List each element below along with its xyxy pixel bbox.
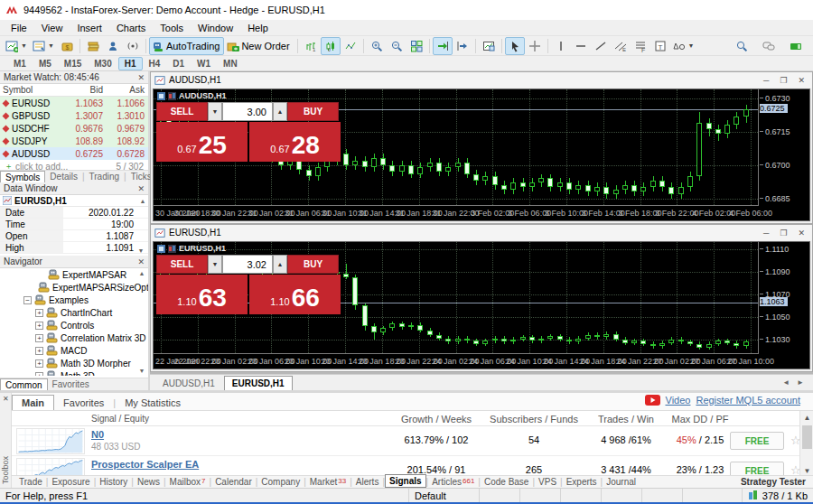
menu-view[interactable]: View <box>34 22 70 34</box>
timeframe-m5[interactable]: M5 <box>33 57 58 70</box>
menu-file[interactable]: File <box>4 22 34 34</box>
sell-price-button[interactable]: 1.1063 <box>156 275 248 314</box>
navigator-item-expertmapsar[interactable]: ExpertMAPSAR <box>0 268 148 281</box>
tile-windows-button[interactable] <box>406 37 426 55</box>
menu-tools[interactable]: Tools <box>153 22 191 34</box>
market-watch-tab-details[interactable]: Details <box>45 172 82 182</box>
maximize-icon[interactable]: ❐ <box>780 229 787 238</box>
scroll-down-icon[interactable]: ▼ <box>136 247 146 254</box>
market-watch-row-eurusd[interactable]: EURUSD1.10631.1066 <box>0 97 148 109</box>
toolbox-tab-experts[interactable]: Experts <box>563 477 601 487</box>
chart-window-titlebar[interactable]: EURUSD,H1─❐✕ <box>151 225 812 240</box>
volume-field[interactable]: 3.00 <box>222 102 273 121</box>
line-chart-button[interactable] <box>341 37 360 55</box>
plus-box-icon[interactable]: + <box>35 322 43 330</box>
data-window-symbol-row[interactable]: EURUSD,H1 ▲ <box>0 195 148 207</box>
toolbox-tab-calendar[interactable]: Calendar <box>211 477 256 487</box>
sell-price-button[interactable]: 0.6725 <box>156 122 248 162</box>
chart-tab-audusd[interactable]: AUDUSD,H1 <box>155 376 222 390</box>
toolbox-tab-exposure[interactable]: Exposure <box>48 477 93 487</box>
toolbox-tab-news[interactable]: News <box>134 477 164 487</box>
scroll-up-icon[interactable]: ▲ <box>136 270 147 276</box>
equidistant-channel-button[interactable]: E <box>611 37 631 55</box>
scrollbar-thumb[interactable] <box>802 425 812 449</box>
close-icon[interactable]: ✕ <box>3 395 9 403</box>
market-watch-row-usdchf[interactable]: USDCHF0.96760.9679 <box>0 122 148 135</box>
navigator-header[interactable]: Navigator ✕ <box>0 256 148 268</box>
timeframe-h4[interactable]: H4 <box>143 57 167 70</box>
plus-box-icon[interactable]: + <box>35 309 43 317</box>
market-watch-tab-symbols[interactable]: Symbols <box>0 171 45 183</box>
toolbox-tab-journal[interactable]: Journal <box>603 477 640 487</box>
signals-scrollbar[interactable]: ▲ ▼ <box>799 411 813 478</box>
price-axis[interactable]: 0.67300.67150.67000.66850.6725 <box>760 89 809 206</box>
arrow-left-icon[interactable]: ◄ <box>782 378 790 387</box>
status-profile[interactable]: Default <box>408 489 479 502</box>
autotrading-button[interactable]: AutoTrading <box>149 37 225 55</box>
free-button[interactable]: FREE <box>730 432 784 450</box>
market-watch-row-usdjpy[interactable]: USDJPY108.89108.92 <box>0 135 148 147</box>
chart-canvas[interactable]: 0.67300.67150.67000.66850.672530 Jan 202… <box>153 89 810 221</box>
signals-tab-favorites[interactable]: Favorites <box>54 396 113 410</box>
toolbox-tab-articles[interactable]: Articles661 <box>428 477 478 487</box>
buy-price-button[interactable]: 0.6728 <box>249 122 341 162</box>
volume-field[interactable]: 3.02 <box>222 255 273 274</box>
chart-shift-button[interactable] <box>453 37 472 55</box>
chart-canvas[interactable]: 1.11101.10901.10701.10501.10301.106322 J… <box>153 241 810 369</box>
navigator-item-math-3d[interactable]: +Math 3D <box>0 369 148 376</box>
data-window-header[interactable]: Data Window ✕ <box>0 182 148 195</box>
strategy-tester-label[interactable]: Strategy Tester <box>741 477 813 487</box>
close-icon[interactable]: ✕ <box>798 76 805 85</box>
close-icon[interactable]: ✕ <box>798 229 805 238</box>
sell-button[interactable]: SELL <box>156 255 208 274</box>
chat-button[interactable] <box>759 37 779 55</box>
time-axis[interactable]: 22 Jan 202022 Jan 22:0023 Jan 02:0023 Ja… <box>154 354 759 369</box>
toolbox-tab-company[interactable]: Company <box>257 477 304 487</box>
connection-button[interactable] <box>786 37 806 55</box>
navigator-item-math-3d-morpher[interactable]: +Math 3D Morpher <box>0 357 148 369</box>
scroll-down-icon[interactable]: ▼ <box>136 368 147 374</box>
timeframe-m1[interactable]: M1 <box>7 57 33 70</box>
zoom-out-button[interactable] <box>387 37 406 55</box>
history-center-button[interactable]: $ <box>57 37 77 55</box>
register-mql5-link[interactable]: Register MQL5 account <box>696 395 800 406</box>
volume-down-button[interactable]: ▼ <box>208 102 222 121</box>
chart-tab-eurusd[interactable]: EURUSD,H1 <box>224 376 293 390</box>
menu-charts[interactable]: Charts <box>109 22 153 34</box>
market-watch-header[interactable]: Market Watch: 08:45:46 ✕ <box>0 71 148 84</box>
candles-button[interactable]: 0 <box>321 37 341 55</box>
plus-box-icon[interactable]: + <box>35 359 43 368</box>
timeframe-m30[interactable]: M30 <box>88 57 117 70</box>
market-watch-row-gbpusd[interactable]: GBPUSD1.30071.3010 <box>0 109 148 122</box>
chart-window-eurusd[interactable]: EURUSD,H1─❐✕1.11101.10901.10701.10501.10… <box>150 224 813 372</box>
arrow-right-icon[interactable]: ► <box>797 378 804 387</box>
scroll-up-icon[interactable]: ▲ <box>137 198 148 204</box>
timeframe-m15[interactable]: M15 <box>58 57 88 70</box>
buy-button[interactable]: BUY <box>287 102 339 121</box>
market-watch-button[interactable] <box>83 37 103 55</box>
time-axis[interactable]: 30 Jan 202030 Jan 18:0030 Jan 22:0031 Ja… <box>154 206 759 220</box>
navigator-item-macd[interactable]: +MACD <box>0 344 148 357</box>
close-icon[interactable]: ✕ <box>137 257 145 266</box>
navigator-item-correlation-matrix-3d[interactable]: +Correlation Matrix 3D <box>0 331 148 344</box>
menu-insert[interactable]: Insert <box>70 22 109 34</box>
navigator-item-chartinchart[interactable]: +ChartInChart <box>0 306 148 319</box>
toolbox-tab-history[interactable]: History <box>96 477 131 487</box>
signal-name-link[interactable]: N0 <box>91 429 104 440</box>
signal-name-link[interactable]: Prospector Scalper EA <box>91 459 199 470</box>
plus-box-icon[interactable]: + <box>35 334 43 342</box>
minus-box-icon[interactable]: − <box>23 296 32 304</box>
signals-tab-my-statistics[interactable]: My Statistics <box>116 396 190 410</box>
profiles-button[interactable]: ▼ <box>30 37 57 55</box>
chart-window-titlebar[interactable]: AUDUSD,H1─❐✕ <box>151 72 812 88</box>
market-watch-row-audusd[interactable]: AUDUSD0.67250.6728 <box>0 147 148 160</box>
close-icon[interactable]: ✕ <box>137 184 145 193</box>
signals-tab-main[interactable]: Main <box>12 395 54 410</box>
shapes-button[interactable]: ▼ <box>670 37 697 55</box>
chart-window-audusd[interactable]: AUDUSD,H1─❐✕0.67300.67150.67000.66850.67… <box>150 71 813 224</box>
auto-scroll-button[interactable] <box>433 37 453 55</box>
toolbox-tab-vps[interactable]: VPS <box>535 477 560 487</box>
market-watch-tab-trading[interactable]: Trading <box>85 172 125 182</box>
minimize-icon[interactable]: ─ <box>763 229 769 238</box>
plus-box-icon[interactable]: + <box>35 347 43 355</box>
